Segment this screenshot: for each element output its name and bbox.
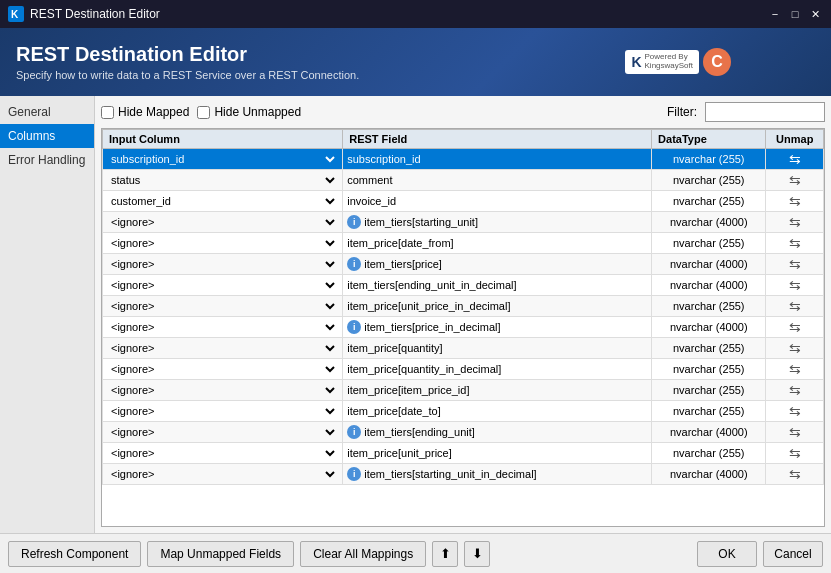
unmap-button[interactable]: ⇆: [787, 277, 803, 293]
hide-unmapped-checkbox[interactable]: [197, 106, 210, 119]
table-row[interactable]: <ignore>item_price[date_from]nvarchar (2…: [103, 233, 824, 254]
close-button[interactable]: ✕: [807, 6, 823, 22]
datatype-cell: nvarchar (4000): [652, 254, 766, 275]
cancel-button[interactable]: Cancel: [763, 541, 823, 567]
datatype-cell: nvarchar (255): [652, 170, 766, 191]
sidebar-item-columns[interactable]: Columns: [0, 124, 94, 148]
input-col-dropdown[interactable]: <ignore>: [107, 341, 338, 355]
unmap-button[interactable]: ⇆: [787, 151, 803, 167]
rest-field-text: comment: [347, 174, 392, 186]
hide-unmapped-label[interactable]: Hide Unmapped: [197, 105, 301, 119]
unmap-button[interactable]: ⇆: [787, 382, 803, 398]
map-unmapped-button[interactable]: Map Unmapped Fields: [147, 541, 294, 567]
unmap-button[interactable]: ⇆: [787, 214, 803, 230]
rest-field-text: invoice_id: [347, 195, 396, 207]
unmap-button[interactable]: ⇆: [787, 298, 803, 314]
datatype-cell: nvarchar (4000): [652, 317, 766, 338]
unmap-button[interactable]: ⇆: [787, 193, 803, 209]
input-col-dropdown[interactable]: status: [107, 173, 338, 187]
unmap-button[interactable]: ⇆: [787, 403, 803, 419]
input-col-dropdown[interactable]: <ignore>: [107, 446, 338, 460]
rest-field-text: item_tiers[price]: [364, 258, 442, 270]
hide-mapped-checkbox[interactable]: [101, 106, 114, 119]
export-icon-button[interactable]: ⬆: [432, 541, 458, 567]
minimize-button[interactable]: −: [767, 6, 783, 22]
input-col-dropdown[interactable]: <ignore>: [107, 320, 338, 334]
table-row[interactable]: <ignore>item_price[quantity]nvarchar (25…: [103, 338, 824, 359]
clear-all-mappings-button[interactable]: Clear All Mappings: [300, 541, 426, 567]
content-area: Hide Mapped Hide Unmapped Filter: Input …: [95, 96, 831, 533]
unmap-button[interactable]: ⇆: [787, 340, 803, 356]
table-row[interactable]: <ignore>item_price[unit_price_in_decimal…: [103, 296, 824, 317]
table-row[interactable]: customer_idinvoice_idnvarchar (255)⇆: [103, 191, 824, 212]
table-row[interactable]: <ignore>iitem_tiers[price_in_decimal]nva…: [103, 317, 824, 338]
rest-field-cell: item_price[date_to]: [343, 401, 652, 422]
unmap-button[interactable]: ⇆: [787, 445, 803, 461]
col-header-input: Input Column: [103, 130, 343, 149]
filter-input[interactable]: [705, 102, 825, 122]
rest-field-text: item_tiers[price_in_decimal]: [364, 321, 500, 333]
unmap-button[interactable]: ⇆: [787, 235, 803, 251]
datatype-cell: nvarchar (255): [652, 359, 766, 380]
table-row[interactable]: <ignore>iitem_tiers[ending_unit]nvarchar…: [103, 422, 824, 443]
unmap-button[interactable]: ⇆: [787, 319, 803, 335]
input-col-dropdown[interactable]: <ignore>: [107, 257, 338, 271]
col-header-datatype: DataType: [652, 130, 766, 149]
unmap-button[interactable]: ⇆: [787, 361, 803, 377]
ok-button[interactable]: OK: [697, 541, 757, 567]
refresh-component-button[interactable]: Refresh Component: [8, 541, 141, 567]
rest-field-cell: item_price[unit_price]: [343, 443, 652, 464]
rest-field-cell: item_price[date_from]: [343, 233, 652, 254]
rest-field-text: item_price[date_to]: [347, 405, 441, 417]
table-row[interactable]: <ignore>item_price[item_price_id]nvarcha…: [103, 380, 824, 401]
grid-container[interactable]: Input Column REST Field DataType Unmap: [101, 128, 825, 527]
table-row[interactable]: <ignore>iitem_tiers[starting_unit]nvarch…: [103, 212, 824, 233]
input-col-dropdown[interactable]: <ignore>: [107, 215, 338, 229]
header: REST Destination Editor Specify how to w…: [0, 28, 831, 96]
table-row[interactable]: <ignore>item_price[quantity_in_decimal]n…: [103, 359, 824, 380]
rest-field-text: item_tiers[starting_unit]: [364, 216, 478, 228]
input-col-dropdown[interactable]: <ignore>: [107, 467, 338, 481]
table-row[interactable]: <ignore>item_price[unit_price]nvarchar (…: [103, 443, 824, 464]
unmap-button[interactable]: ⇆: [787, 424, 803, 440]
input-col-dropdown[interactable]: subscription_id: [107, 152, 338, 166]
unmap-cell: ⇆: [766, 380, 824, 401]
maximize-button[interactable]: □: [787, 6, 803, 22]
grid-body: subscription_idsubscription_idnvarchar (…: [103, 149, 824, 485]
svg-text:K: K: [11, 9, 19, 20]
input-col-dropdown[interactable]: <ignore>: [107, 362, 338, 376]
table-row[interactable]: <ignore>item_price[date_to]nvarchar (255…: [103, 401, 824, 422]
rest-field-text: item_price[unit_price_in_decimal]: [347, 300, 510, 312]
table-row[interactable]: <ignore>item_tiers[ending_unit_in_decima…: [103, 275, 824, 296]
unmap-button[interactable]: ⇆: [787, 256, 803, 272]
rest-field-text: item_price[unit_price]: [347, 447, 452, 459]
input-col-dropdown[interactable]: customer_id: [107, 194, 338, 208]
info-icon: i: [347, 257, 361, 271]
filter-label: Filter:: [667, 105, 697, 119]
unmap-cell: ⇆: [766, 317, 824, 338]
import-icon-button[interactable]: ⬇: [464, 541, 490, 567]
input-col-dropdown[interactable]: <ignore>: [107, 383, 338, 397]
unmap-button[interactable]: ⇆: [787, 172, 803, 188]
rest-field-cell: item_price[item_price_id]: [343, 380, 652, 401]
datatype-cell: nvarchar (255): [652, 149, 766, 170]
datatype-cell: nvarchar (255): [652, 296, 766, 317]
table-row[interactable]: statuscommentnvarchar (255)⇆: [103, 170, 824, 191]
unmap-cell: ⇆: [766, 464, 824, 485]
input-col-dropdown[interactable]: <ignore>: [107, 299, 338, 313]
input-col-dropdown[interactable]: <ignore>: [107, 278, 338, 292]
sidebar-item-general[interactable]: General: [0, 100, 94, 124]
hide-mapped-label[interactable]: Hide Mapped: [101, 105, 189, 119]
table-row[interactable]: <ignore>iitem_tiers[price]nvarchar (4000…: [103, 254, 824, 275]
unmap-button[interactable]: ⇆: [787, 466, 803, 482]
input-col-dropdown[interactable]: <ignore>: [107, 236, 338, 250]
input-col-cell: customer_id: [103, 191, 343, 212]
input-col-dropdown[interactable]: <ignore>: [107, 404, 338, 418]
sidebar-item-error-handling[interactable]: Error Handling: [0, 148, 94, 172]
table-row[interactable]: <ignore>iitem_tiers[starting_unit_in_dec…: [103, 464, 824, 485]
rest-field-cell: item_price[unit_price_in_decimal]: [343, 296, 652, 317]
input-col-dropdown[interactable]: <ignore>: [107, 425, 338, 439]
table-row[interactable]: subscription_idsubscription_idnvarchar (…: [103, 149, 824, 170]
input-col-cell: <ignore>: [103, 380, 343, 401]
title-bar: K REST Destination Editor − □ ✕: [0, 0, 831, 28]
